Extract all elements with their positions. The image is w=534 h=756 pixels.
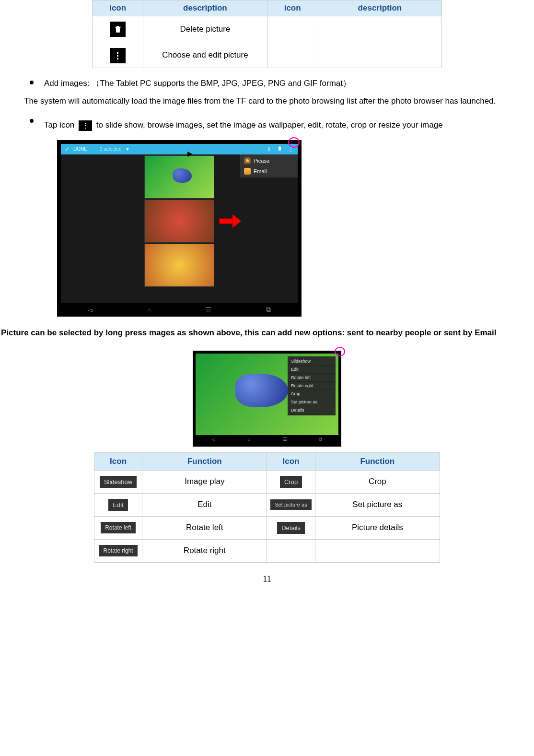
menu-item: Set picture as (288, 398, 336, 406)
back-icon: ◅ (211, 437, 215, 442)
details-button-icon: Details (277, 522, 305, 534)
trash-icon (277, 145, 282, 153)
rotate-left-button-icon: Rotate left (101, 522, 136, 533)
gallery-thumbs (143, 154, 215, 303)
screenshot-image-options: Slideshow Edit Rotate left Rotate right … (193, 351, 341, 447)
share-menu: Picasa Email (240, 154, 298, 177)
func-cell: Rotate left (142, 516, 267, 539)
back-icon: ◅ (88, 306, 93, 314)
menu-item: Details (288, 406, 336, 414)
gallery-body: Picasa Email (61, 154, 298, 303)
picasa-icon (244, 157, 251, 164)
icon-function-table: Icon Function Icon Function Slideshow Im… (94, 452, 440, 563)
menu-item: Edit (288, 366, 336, 374)
edit-button-icon: Edit (108, 499, 128, 511)
screenshot-icon: ⧉ (266, 306, 271, 314)
more-icon (79, 120, 92, 131)
func-cell: Image play (142, 470, 267, 493)
table-row: Edit Edit Set picture as Set picture as (94, 493, 440, 516)
android-navbar: ◅ ⌂ ☰ ⧉ (196, 435, 338, 444)
thumbnail-image (144, 155, 214, 199)
share-item-email: Email (240, 166, 298, 177)
th-desc-2: description (318, 0, 441, 16)
paragraph-longpress: Picture can be selected by long press ma… (1, 326, 533, 339)
check-icon: ✓ (65, 146, 70, 153)
butterfly-image: Slideshow Edit Rotate left Rotate right … (196, 354, 338, 435)
more-icon (110, 48, 126, 63)
th-icon-1: icon (93, 0, 143, 16)
gallery-topbar: ✓ DONE 1 selected ▼ ⇪ ⋮ (61, 144, 298, 154)
triangle-marker: ▶ (187, 150, 193, 157)
selected-count: 1 selected (100, 146, 122, 152)
done-label: DONE (73, 146, 87, 152)
slideshow-button-icon: Slideshow (100, 476, 137, 488)
desc-cell: Delete picture (143, 16, 267, 42)
home-icon: ⌂ (147, 306, 151, 314)
table-row: Slideshow Image play Crop Crop (94, 470, 440, 493)
menu-item: Crop (288, 390, 336, 398)
table-row: Rotate right Rotate right (94, 539, 440, 562)
menu-item: Rotate right (288, 382, 336, 390)
tablet-frame: ✓ DONE 1 selected ▼ ⇪ ⋮ (57, 140, 302, 317)
share-item-label: Email (254, 168, 267, 174)
rotate-right-button-icon: Rotate right (99, 545, 138, 556)
thumbnail-image (144, 200, 214, 243)
share-icon: ⇪ (267, 146, 271, 153)
bullet2-post: to slide show, browse images, set the im… (96, 120, 443, 130)
android-navbar: ◅ ⌂ ☰ ⧉ (61, 303, 298, 317)
bullet-tap-icon: Tap icon to slide show, browse images, s… (30, 116, 533, 134)
func-cell: Edit (142, 493, 267, 516)
th-func-2: Function (315, 452, 440, 470)
screenshot-icon: ⧉ (319, 437, 322, 442)
func-cell: Rotate right (142, 539, 267, 562)
bullet-icon (30, 119, 34, 123)
email-icon (244, 168, 251, 175)
func-cell: Picture details (315, 516, 440, 539)
func-cell: Set picture as (315, 493, 440, 516)
th-icon-2: icon (267, 0, 318, 16)
table-row: Choose and edit picture (93, 42, 442, 68)
th-func-1: Function (142, 452, 267, 470)
share-item-label: Picasa (254, 158, 269, 164)
paragraph-loadinfo: The system will automatically load the i… (24, 94, 533, 107)
menu-item: Rotate left (288, 374, 336, 382)
thumbnail-image (144, 244, 214, 287)
icon-description-table: icon description icon description Delete… (92, 0, 442, 68)
recents-icon: ☰ (283, 437, 287, 442)
tablet-frame: Slideshow Edit Rotate left Rotate right … (193, 351, 341, 447)
recents-icon: ☰ (206, 306, 212, 314)
menu-item: Slideshow (288, 357, 336, 366)
screenshot-gallery-select: ✓ DONE 1 selected ▼ ⇪ ⋮ (57, 140, 302, 317)
more-icon: ⋮ (288, 146, 294, 153)
bullet-text-pre: Add images: (44, 79, 90, 88)
bullet-icon (30, 81, 34, 84)
func-cell: Crop (315, 470, 440, 493)
bullet-add-images: Add images: （The Tablet PC supports the … (30, 78, 533, 89)
desc-cell: Choose and edit picture (143, 42, 267, 68)
set-picture-as-button-icon: Set picture as (270, 499, 311, 510)
table-row: Delete picture (93, 16, 442, 42)
th-desc-1: description (143, 0, 267, 16)
page-number: 11 (1, 574, 533, 584)
th-icon-1: Icon (94, 452, 142, 470)
crop-button-icon: Crop (280, 476, 302, 488)
share-item-picasa: Picasa (240, 155, 298, 166)
bullet2-pre: Tap icon (44, 120, 77, 130)
th-icon-2: Icon (267, 452, 315, 470)
options-menu: Slideshow Edit Rotate left Rotate right … (288, 356, 336, 415)
table-row: Rotate left Rotate left Details Picture … (94, 516, 440, 539)
trash-icon (110, 22, 126, 37)
bullet-text-post: （The Tablet PC supports the BMP, JPG, JP… (92, 79, 351, 88)
home-icon: ⌂ (247, 437, 250, 442)
